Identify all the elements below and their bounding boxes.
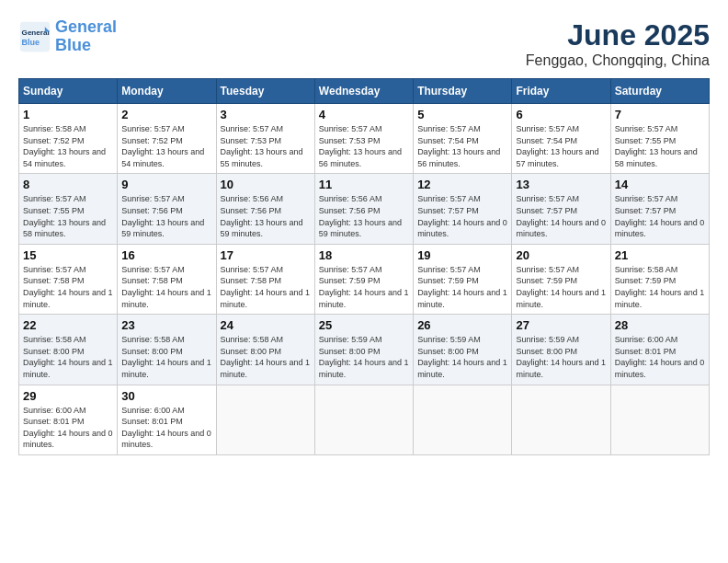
- day-info: Sunrise: 5:56 AM Sunset: 7:56 PM Dayligh…: [319, 193, 409, 239]
- day-info: Sunrise: 5:58 AM Sunset: 8:00 PM Dayligh…: [23, 334, 113, 380]
- day-of-week-header: Friday: [512, 79, 610, 104]
- calendar-day-cell: 22 Sunrise: 5:58 AM Sunset: 8:00 PM Dayl…: [19, 315, 118, 385]
- logo-icon: General Blue: [18, 20, 51, 53]
- calendar-day-cell: 21 Sunrise: 5:58 AM Sunset: 7:59 PM Dayl…: [610, 244, 709, 314]
- day-number: 9: [121, 178, 211, 191]
- day-number: 14: [615, 178, 705, 191]
- day-info: Sunrise: 5:59 AM Sunset: 8:00 PM Dayligh…: [319, 334, 409, 380]
- day-info: Sunrise: 5:58 AM Sunset: 7:59 PM Dayligh…: [615, 264, 705, 310]
- calendar-day-cell: [610, 385, 709, 454]
- logo: General Blue General Blue: [18, 18, 117, 55]
- calendar-day-cell: 2 Sunrise: 5:57 AM Sunset: 7:52 PM Dayli…: [118, 104, 216, 174]
- calendar-day-cell: 18 Sunrise: 5:57 AM Sunset: 7:59 PM Dayl…: [314, 244, 413, 314]
- day-of-week-header: Monday: [118, 79, 216, 104]
- day-number: 10: [221, 178, 311, 191]
- day-number: 12: [417, 178, 507, 191]
- calendar-day-cell: 30 Sunrise: 6:00 AM Sunset: 8:01 PM Dayl…: [118, 385, 216, 454]
- day-info: Sunrise: 6:00 AM Sunset: 8:01 PM Dayligh…: [23, 405, 113, 451]
- calendar-day-cell: 12 Sunrise: 5:57 AM Sunset: 7:57 PM Dayl…: [414, 174, 512, 244]
- day-number: 7: [615, 108, 705, 121]
- day-number: 15: [23, 248, 113, 262]
- calendar-day-cell: 24 Sunrise: 5:58 AM Sunset: 8:00 PM Dayl…: [216, 315, 314, 385]
- calendar: SundayMondayTuesdayWednesdayThursdayFrid…: [18, 78, 710, 455]
- calendar-day-cell: 1 Sunrise: 5:58 AM Sunset: 7:52 PM Dayli…: [19, 104, 118, 174]
- calendar-day-cell: [314, 385, 413, 454]
- day-number: 30: [121, 389, 211, 403]
- day-number: 18: [319, 248, 409, 262]
- day-info: Sunrise: 5:57 AM Sunset: 7:53 PM Dayligh…: [319, 123, 409, 169]
- day-number: 27: [516, 318, 606, 332]
- day-info: Sunrise: 5:57 AM Sunset: 7:57 PM Dayligh…: [417, 193, 507, 239]
- day-info: Sunrise: 5:57 AM Sunset: 7:54 PM Dayligh…: [516, 123, 606, 169]
- calendar-body: 1 Sunrise: 5:58 AM Sunset: 7:52 PM Dayli…: [19, 104, 710, 455]
- day-info: Sunrise: 5:57 AM Sunset: 7:59 PM Dayligh…: [516, 264, 606, 310]
- calendar-day-cell: 23 Sunrise: 5:58 AM Sunset: 8:00 PM Dayl…: [118, 315, 216, 385]
- day-info: Sunrise: 5:57 AM Sunset: 7:56 PM Dayligh…: [121, 193, 211, 239]
- day-number: 20: [516, 248, 606, 262]
- day-number: 1: [23, 108, 113, 121]
- day-info: Sunrise: 5:57 AM Sunset: 7:58 PM Dayligh…: [23, 264, 113, 310]
- calendar-week-row: 15 Sunrise: 5:57 AM Sunset: 7:58 PM Dayl…: [19, 244, 710, 314]
- calendar-day-cell: 25 Sunrise: 5:59 AM Sunset: 8:00 PM Dayl…: [314, 315, 413, 385]
- calendar-week-row: 1 Sunrise: 5:58 AM Sunset: 7:52 PM Dayli…: [19, 104, 710, 174]
- calendar-day-cell: 20 Sunrise: 5:57 AM Sunset: 7:59 PM Dayl…: [512, 244, 610, 314]
- calendar-day-cell: 4 Sunrise: 5:57 AM Sunset: 7:53 PM Dayli…: [314, 104, 413, 174]
- calendar-day-cell: 26 Sunrise: 5:59 AM Sunset: 8:00 PM Dayl…: [414, 315, 512, 385]
- calendar-day-cell: 29 Sunrise: 6:00 AM Sunset: 8:01 PM Dayl…: [19, 385, 118, 454]
- calendar-week-row: 29 Sunrise: 6:00 AM Sunset: 8:01 PM Dayl…: [19, 385, 710, 454]
- title-area: June 2025 Fenggao, Chongqing, China: [526, 18, 710, 69]
- day-info: Sunrise: 5:59 AM Sunset: 8:00 PM Dayligh…: [417, 334, 507, 380]
- day-of-week-header: Thursday: [414, 79, 512, 104]
- day-number: 22: [23, 318, 113, 332]
- day-info: Sunrise: 5:57 AM Sunset: 7:58 PM Dayligh…: [121, 264, 211, 310]
- day-number: 11: [319, 178, 409, 191]
- calendar-day-cell: 7 Sunrise: 5:57 AM Sunset: 7:55 PM Dayli…: [610, 104, 709, 174]
- day-number: 26: [417, 318, 507, 332]
- calendar-day-cell: 3 Sunrise: 5:57 AM Sunset: 7:53 PM Dayli…: [216, 104, 314, 174]
- header: General Blue General Blue June 2025 Feng…: [18, 18, 710, 69]
- day-info: Sunrise: 5:57 AM Sunset: 7:58 PM Dayligh…: [221, 264, 311, 310]
- day-of-week-header: Wednesday: [314, 79, 413, 104]
- day-info: Sunrise: 5:58 AM Sunset: 8:00 PM Dayligh…: [121, 334, 211, 380]
- day-info: Sunrise: 5:58 AM Sunset: 7:52 PM Dayligh…: [23, 123, 113, 169]
- calendar-day-cell: 5 Sunrise: 5:57 AM Sunset: 7:54 PM Dayli…: [414, 104, 512, 174]
- calendar-day-cell: 11 Sunrise: 5:56 AM Sunset: 7:56 PM Dayl…: [314, 174, 413, 244]
- day-number: 4: [319, 108, 409, 121]
- day-of-week-header: Saturday: [610, 79, 709, 104]
- day-number: 3: [221, 108, 311, 121]
- day-info: Sunrise: 5:57 AM Sunset: 7:57 PM Dayligh…: [615, 193, 705, 239]
- svg-text:Blue: Blue: [22, 38, 40, 47]
- day-number: 28: [615, 318, 705, 332]
- calendar-day-cell: 15 Sunrise: 5:57 AM Sunset: 7:58 PM Dayl…: [19, 244, 118, 314]
- calendar-day-cell: 16 Sunrise: 5:57 AM Sunset: 7:58 PM Dayl…: [118, 244, 216, 314]
- day-info: Sunrise: 6:00 AM Sunset: 8:01 PM Dayligh…: [121, 405, 211, 451]
- day-info: Sunrise: 5:56 AM Sunset: 7:56 PM Dayligh…: [221, 193, 311, 239]
- day-number: 6: [516, 108, 606, 121]
- calendar-day-cell: 6 Sunrise: 5:57 AM Sunset: 7:54 PM Dayli…: [512, 104, 610, 174]
- calendar-day-cell: 17 Sunrise: 5:57 AM Sunset: 7:58 PM Dayl…: [216, 244, 314, 314]
- day-info: Sunrise: 5:57 AM Sunset: 7:53 PM Dayligh…: [221, 123, 311, 169]
- calendar-day-cell: 19 Sunrise: 5:57 AM Sunset: 7:59 PM Dayl…: [414, 244, 512, 314]
- calendar-day-cell: 13 Sunrise: 5:57 AM Sunset: 7:57 PM Dayl…: [512, 174, 610, 244]
- day-number: 21: [615, 248, 705, 262]
- day-info: Sunrise: 5:57 AM Sunset: 7:54 PM Dayligh…: [417, 123, 507, 169]
- day-number: 29: [23, 389, 113, 403]
- calendar-day-cell: 9 Sunrise: 5:57 AM Sunset: 7:56 PM Dayli…: [118, 174, 216, 244]
- day-number: 8: [23, 178, 113, 191]
- calendar-day-cell: 27 Sunrise: 5:59 AM Sunset: 8:00 PM Dayl…: [512, 315, 610, 385]
- day-of-week-header: Tuesday: [216, 79, 314, 104]
- calendar-day-cell: [512, 385, 610, 454]
- day-info: Sunrise: 5:57 AM Sunset: 7:52 PM Dayligh…: [121, 123, 211, 169]
- calendar-day-cell: [414, 385, 512, 454]
- calendar-week-row: 22 Sunrise: 5:58 AM Sunset: 8:00 PM Dayl…: [19, 315, 710, 385]
- day-info: Sunrise: 5:57 AM Sunset: 7:55 PM Dayligh…: [615, 123, 705, 169]
- day-info: Sunrise: 5:58 AM Sunset: 8:00 PM Dayligh…: [221, 334, 311, 380]
- day-number: 24: [221, 318, 311, 332]
- day-number: 19: [417, 248, 507, 262]
- day-number: 25: [319, 318, 409, 332]
- day-number: 5: [417, 108, 507, 121]
- calendar-day-cell: 10 Sunrise: 5:56 AM Sunset: 7:56 PM Dayl…: [216, 174, 314, 244]
- day-of-week-header: Sunday: [19, 79, 118, 104]
- month-title: June 2025: [526, 18, 710, 52]
- calendar-day-cell: 14 Sunrise: 5:57 AM Sunset: 7:57 PM Dayl…: [610, 174, 709, 244]
